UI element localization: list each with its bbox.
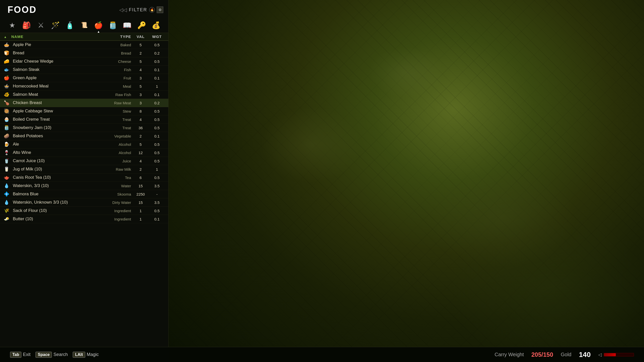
item-row[interactable]: 🥧 Apple Pie Baked 5 0.5 — [0, 41, 168, 49]
health-nav-left[interactable]: ◁ — [598, 352, 602, 357]
carry-weight-label: Carry Weight — [495, 352, 524, 357]
item-icon: 🍞 — [4, 50, 11, 56]
space-search-control[interactable]: Space Search — [35, 352, 68, 358]
bottom-bar: Tab Exit Space Search LAlt Magic Carry W… — [0, 347, 644, 362]
item-wgt: 0.1 — [148, 93, 166, 97]
column-wgt-header[interactable]: WGT — [148, 34, 166, 39]
item-wgt: 1 — [148, 167, 166, 171]
magic-label: Magic — [87, 352, 99, 357]
item-name: Chicken Breast — [11, 100, 108, 105]
item-row[interactable]: 💧 Waterskin, Unknown 3/3 (10) Dirty Wate… — [0, 198, 168, 207]
item-name: Boiled Creme Treat — [11, 117, 108, 122]
item-icon: 💠 — [4, 191, 11, 197]
space-key[interactable]: Space — [35, 352, 52, 358]
item-val: 15 — [133, 184, 148, 188]
lalt-magic-control[interactable]: LAlt Magic — [73, 352, 99, 358]
item-wgt: 0.5 — [148, 159, 166, 163]
item-type: Raw Meat — [108, 101, 133, 105]
category-ingredients[interactable]: 🫙 — [107, 19, 119, 31]
item-type: Treat — [108, 117, 133, 122]
column-val-header[interactable]: VAL — [133, 34, 148, 39]
item-val: 12 — [133, 151, 148, 155]
tab-key[interactable]: Tab — [10, 352, 21, 358]
item-val: 3 — [133, 101, 148, 105]
item-icon: 🧀 — [4, 59, 11, 64]
filter-fire-icon[interactable]: 🔥 — [149, 7, 155, 13]
category-favorites[interactable]: ★ — [6, 19, 19, 31]
item-type: Vegetable — [108, 134, 133, 138]
item-type: Ingredient — [108, 209, 133, 213]
item-wgt: 0.5 — [148, 126, 166, 130]
category-magic[interactable]: 🪄 — [49, 19, 62, 31]
item-wgt: 0.5 — [148, 142, 166, 147]
item-row[interactable]: 🧈 Butter (10) Ingredient 1 0.1 — [0, 215, 168, 223]
item-val: 4 — [133, 68, 148, 72]
item-type: Ingredient — [108, 217, 133, 221]
item-val: 36 — [133, 126, 148, 130]
item-row[interactable]: 🐠 Salmon Meat Raw Fish 3 0.1 — [0, 90, 168, 99]
item-type: Skooma — [108, 192, 133, 196]
carry-weight-value: 205/150 — [531, 351, 553, 358]
item-row[interactable]: 🍲 Homecooked Meal Meal 5 1 — [0, 82, 168, 90]
category-keys[interactable]: 🔑 — [135, 19, 148, 31]
item-icon: 🧁 — [4, 117, 11, 122]
item-row[interactable]: 💧 Waterskin, 3/3 (10) Water 15 3.5 — [0, 182, 168, 190]
search-label: Search — [53, 352, 68, 357]
category-apparel[interactable]: 🎒 — [20, 19, 33, 31]
item-wgt: 0.2 — [148, 51, 166, 55]
bottom-left-controls: Tab Exit Space Search LAlt Magic — [10, 352, 99, 358]
category-scrolls[interactable]: 📜 — [78, 19, 90, 31]
item-row[interactable]: 🫖 Canis Root Tea (10) Tea 6 0.5 — [0, 173, 168, 182]
item-row[interactable]: 🍎 Green Apple Fruit 3 0.1 — [0, 74, 168, 82]
column-type-header[interactable]: TYPE — [108, 34, 133, 39]
item-icon: 🧈 — [4, 216, 11, 222]
item-type: Juice — [108, 159, 133, 163]
panel-title: FOOD — [8, 5, 37, 15]
item-row[interactable]: 🧁 Boiled Creme Treat Treat 4 0.5 — [0, 115, 168, 124]
item-name: Bread — [11, 51, 108, 56]
item-icon: 🍲 — [4, 83, 11, 89]
item-row[interactable]: 💠 Balmora Blue Skooma 2250 - — [0, 190, 168, 198]
category-books[interactable]: 📖 — [121, 19, 134, 31]
item-icon: 🥛 — [4, 166, 11, 172]
item-row[interactable]: 🧀 Eidar Cheese Wedge Cheese 5 0.5 — [0, 57, 168, 66]
title-bar: FOOD ◁◁ FILTER 🔥 ⚙ — [0, 0, 168, 18]
item-name: Alto Wine — [11, 150, 108, 155]
item-wgt: 0.5 — [148, 43, 166, 47]
item-row[interactable]: 🍞 Bread Bread 2 0.2 — [0, 49, 168, 57]
item-wgt: - — [148, 192, 166, 196]
item-wgt: 0.2 — [148, 101, 166, 105]
item-row[interactable]: 🫙 Snowberry Jam (10) Treat 36 0.5 — [0, 124, 168, 132]
item-row[interactable]: 🥛 Jug of Milk (10) Raw Milk 2 1 — [0, 165, 168, 173]
sort-indicator: ▲ — [4, 34, 11, 39]
item-row[interactable]: 🍗 Chicken Breast Raw Meat 3 0.2 — [0, 99, 168, 107]
item-wgt: 0.1 — [148, 217, 166, 221]
item-name: Waterskin, 3/3 (10) — [11, 183, 108, 188]
category-potions[interactable]: 🧴 — [63, 19, 76, 31]
item-val: 5 — [133, 43, 148, 47]
item-row[interactable]: 🍺 Ale Alcohol 5 0.5 — [0, 140, 168, 149]
tab-exit-control[interactable]: Tab Exit — [10, 352, 30, 358]
item-row[interactable]: 🥤 Carrot Juice (10) Juice 4 0.5 — [0, 157, 168, 165]
item-icon: 🍷 — [4, 150, 11, 155]
item-type: Alcohol — [108, 151, 133, 155]
item-row[interactable]: 🌾 Sack of Flour (10) Ingredient 1 0.5 — [0, 207, 168, 215]
lalt-key[interactable]: LAlt — [73, 352, 85, 358]
item-val: 15 — [133, 200, 148, 205]
item-wgt: 0.1 — [148, 134, 166, 138]
item-row[interactable]: 🐟 Salmon Steak Fish 4 0.1 — [0, 66, 168, 74]
item-type: Fish — [108, 68, 133, 72]
category-food[interactable]: 🍎 — [92, 19, 105, 31]
item-name: Apple Pie — [11, 42, 108, 47]
item-name: Green Apple — [11, 75, 108, 80]
item-row[interactable]: 🍷 Alto Wine Alcohol 12 0.5 — [0, 149, 168, 157]
item-row[interactable]: 🥔 Baked Potatoes Vegetable 2 0.1 — [0, 132, 168, 140]
category-weapons[interactable]: ⚔ — [35, 19, 47, 31]
column-name-header[interactable]: NAME — [11, 34, 108, 39]
category-gold[interactable]: 💰 — [150, 19, 162, 31]
gear-settings-icon[interactable]: ⚙ — [157, 7, 163, 13]
filter-label: FILTER — [129, 7, 147, 13]
item-type: Baked — [108, 43, 133, 47]
item-val: 5 — [133, 59, 148, 64]
item-row[interactable]: 🥘 Apple Cabbage Stew Stew 8 0.5 — [0, 107, 168, 115]
